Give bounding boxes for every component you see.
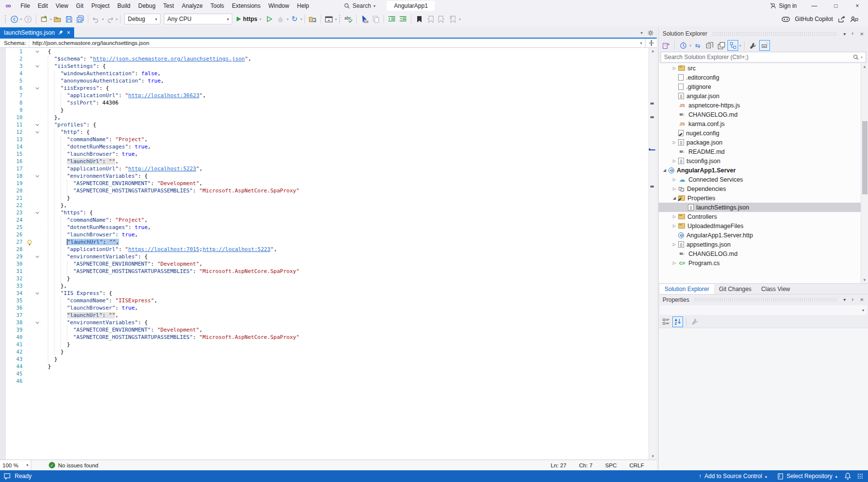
breakpoint-margin[interactable] xyxy=(0,297,6,304)
code-line[interactable]: 17"applicationUrl": "http://localhost:52… xyxy=(0,165,648,172)
menu-item-window[interactable]: Window xyxy=(264,2,293,10)
nesting-dropdown-icon[interactable]: ▾ xyxy=(739,43,741,48)
fold-collapse-icon[interactable] xyxy=(35,210,39,213)
tree-item-uploadedimagefiles[interactable]: ▷UploadedImageFiles xyxy=(659,221,868,231)
tree-collapsed-icon[interactable]: ▷ xyxy=(670,187,678,191)
categorized-view-button[interactable] xyxy=(661,316,671,327)
solution-explorer-header[interactable]: Solution Explorer ▾ × xyxy=(659,28,868,39)
fold-collapse-icon[interactable] xyxy=(35,129,39,133)
column-indicator[interactable]: Ch: 7 xyxy=(579,462,593,468)
code-line[interactable]: 44} xyxy=(0,363,648,370)
code-line[interactable]: 34"IIS Express": { xyxy=(0,290,648,297)
code-line[interactable]: 21} xyxy=(0,194,648,202)
tree-item-dependencies[interactable]: ▷Dependencies xyxy=(659,184,868,193)
breakpoint-margin[interactable] xyxy=(0,377,6,385)
new-project-button[interactable] xyxy=(39,13,49,25)
solution-platform-dropdown[interactable]: Any CPU ▾ xyxy=(164,14,232,24)
maximize-button[interactable]: □ xyxy=(825,0,847,12)
fold-collapse-icon[interactable] xyxy=(35,173,39,177)
code-line[interactable]: 38"environmentVariables": { xyxy=(0,319,648,326)
tree-item-program-cs[interactable]: ▷C#Program.cs xyxy=(659,258,868,268)
code-line[interactable]: 18"environmentVariables": { xyxy=(0,172,648,180)
tree-item-properties[interactable]: ◢Properties xyxy=(659,193,868,203)
save-button[interactable] xyxy=(63,13,74,25)
switch-views-button[interactable] xyxy=(661,40,671,51)
close-button[interactable]: × xyxy=(847,0,868,12)
tree-collapsed-icon[interactable]: ▷ xyxy=(670,66,678,70)
toolbar-grip[interactable] xyxy=(4,15,7,23)
code-line[interactable]: 33}, xyxy=(0,282,648,290)
split-window-button[interactable] xyxy=(645,39,657,47)
tree-expanded-icon[interactable]: ◢ xyxy=(670,196,678,200)
breakpoint-margin[interactable] xyxy=(0,260,6,268)
navigate-forward-button[interactable] xyxy=(22,13,33,25)
breakpoint-margin[interactable] xyxy=(0,275,6,282)
breakpoint-margin[interactable] xyxy=(0,165,6,172)
tab-class-view[interactable]: Class View xyxy=(756,284,795,294)
menu-item-view[interactable]: View xyxy=(52,2,72,10)
code-line[interactable]: 8"sslPort": 44306 xyxy=(0,99,648,106)
redo-button[interactable] xyxy=(104,13,115,25)
code-line[interactable]: 39"ASPNETCORE_ENVIRONMENT": "Development… xyxy=(0,326,648,334)
minimize-button[interactable]: — xyxy=(804,0,825,12)
new-project-dropdown-icon[interactable]: ▾ xyxy=(50,17,52,21)
pin-icon[interactable] xyxy=(850,31,855,37)
menu-item-analyze[interactable]: Analyze xyxy=(178,2,207,10)
breakpoint-margin[interactable] xyxy=(0,253,6,260)
breakpoint-margin[interactable] xyxy=(0,356,6,363)
pin-icon[interactable] xyxy=(58,30,63,35)
breakpoint-margin[interactable] xyxy=(0,209,6,216)
url-link[interactable]: https://localhost:7015 xyxy=(128,246,200,252)
properties-button[interactable] xyxy=(747,40,758,51)
code-line[interactable]: 2"$schema": "http://json.schemastore.org… xyxy=(0,55,648,63)
window-position-dropdown-icon[interactable]: ▾ xyxy=(842,297,847,302)
tree-collapsed-icon[interactable]: ▷ xyxy=(670,159,678,163)
breakpoint-margin[interactable] xyxy=(0,136,6,143)
code-line[interactable]: 23"https": { xyxy=(0,209,648,216)
sign-in-button[interactable]: Sign in xyxy=(763,2,804,9)
notifications-bell-icon[interactable] xyxy=(845,473,851,480)
quick-actions-lightbulb-icon[interactable] xyxy=(27,240,32,244)
properties-header[interactable]: Properties ▾ × xyxy=(659,294,868,305)
menu-item-edit[interactable]: Edit xyxy=(34,2,52,10)
fold-collapse-icon[interactable] xyxy=(35,122,39,126)
find-in-files-button[interactable] xyxy=(307,13,318,25)
breakpoint-margin[interactable] xyxy=(0,370,6,377)
search-control[interactable]: Search ▾ xyxy=(344,2,375,9)
tree-collapsed-icon[interactable]: ▷ xyxy=(670,242,678,247)
tree-item-changelog-md[interactable]: M↓CHANGELOG.md xyxy=(659,249,868,258)
breakpoint-margin[interactable] xyxy=(0,121,6,128)
code-line[interactable]: 16"launchUrl": "", xyxy=(0,158,648,165)
line-ending-indicator[interactable]: CRLF xyxy=(629,462,644,468)
zoom-level-dropdown[interactable]: 100 % ▾ xyxy=(0,460,31,470)
close-icon[interactable]: × xyxy=(858,30,865,38)
tree-item-karma-conf-js[interactable]: JSkarma.conf.js xyxy=(659,119,868,128)
breakpoint-margin[interactable] xyxy=(0,268,6,275)
breakpoint-margin[interactable] xyxy=(0,77,6,84)
scroll-up-icon[interactable]: ▲ xyxy=(861,64,868,69)
search-options-dropdown-icon[interactable]: ▾ xyxy=(861,55,863,60)
toolbar-grip[interactable] xyxy=(339,15,341,23)
code-line[interactable]: 11"profiles": { xyxy=(0,121,648,128)
code-line[interactable]: 9} xyxy=(0,106,648,114)
start-without-debugging-button[interactable] xyxy=(264,13,275,25)
toggle-bookmark-button[interactable] xyxy=(414,13,424,25)
tree-item-nuget-config[interactable]: nuget.config xyxy=(659,128,868,138)
tab-close-icon[interactable]: × xyxy=(67,29,70,36)
breakpoint-margin[interactable] xyxy=(0,180,6,187)
issues-indicator[interactable]: ✓ No issues found xyxy=(49,462,98,468)
code-line[interactable]: 30"ASPNETCORE_ENVIRONMENT": "Development… xyxy=(0,260,648,268)
tree-item-launchsettings-json[interactable]: {}launchSettings.json xyxy=(659,203,868,212)
scroll-down-icon[interactable]: ▼ xyxy=(861,278,868,282)
url-link[interactable]: http://json.schemastore.org/launchsettin… xyxy=(93,56,244,62)
menu-item-extensions[interactable]: Extensions xyxy=(228,2,264,10)
fold-collapse-icon[interactable] xyxy=(35,49,39,52)
code-line[interactable]: 29"environmentVariables": { xyxy=(0,253,648,260)
code-line[interactable]: 26"launchBrowser": true, xyxy=(0,231,648,238)
code-line[interactable]: 13"commandName": "Project", xyxy=(0,136,648,143)
pending-changes-filter-button[interactable] xyxy=(678,40,688,51)
decrease-indent-button[interactable] xyxy=(386,13,397,25)
code-line[interactable]: 5"anonymousAuthentication": true, xyxy=(0,77,648,84)
breakpoint-margin[interactable] xyxy=(0,238,6,246)
schema-url-input[interactable]: http://json.schemastore.org/launchsettin… xyxy=(29,39,637,47)
